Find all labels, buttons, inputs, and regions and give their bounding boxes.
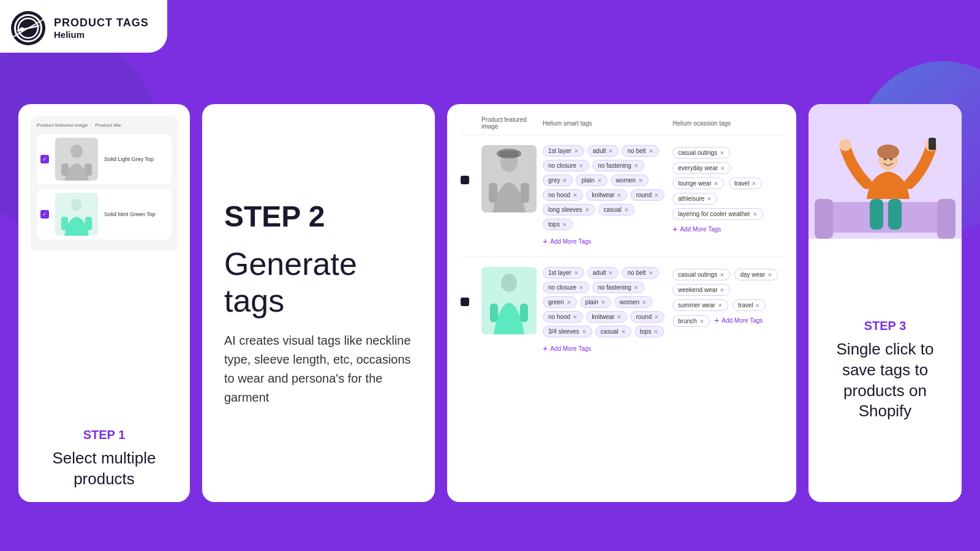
- tags-panel-card: Product featured image Helium smart tags…: [447, 104, 796, 502]
- svg-rect-23: [815, 199, 833, 239]
- row-checkbox-2[interactable]: [461, 298, 469, 306]
- svg-point-32: [884, 158, 886, 160]
- add-more-occasion-2[interactable]: + Add More Tags: [714, 315, 763, 325]
- tag[interactable]: no hood ✕: [543, 189, 583, 201]
- tag[interactable]: casual ✕: [598, 204, 635, 216]
- tag-tops-1[interactable]: tops ✕: [543, 219, 573, 230]
- occasion-tag[interactable]: summer wear ✕: [673, 299, 728, 311]
- svg-point-31: [877, 144, 899, 159]
- occasion-tag[interactable]: brunch ✕: [673, 315, 710, 327]
- svg-rect-24: [937, 199, 956, 239]
- woman-figure: [809, 104, 962, 239]
- tag[interactable]: no belt ✕: [622, 145, 658, 157]
- tag[interactable]: women ✕: [614, 296, 652, 308]
- tag[interactable]: round ✕: [630, 311, 665, 323]
- tag[interactable]: adult ✕: [587, 267, 619, 279]
- table-row: 1st layer ✕ adult ✕ no belt ✕ no closure…: [461, 145, 783, 257]
- svg-rect-14: [521, 183, 529, 203]
- svg-rect-5: [61, 163, 69, 176]
- svg-rect-9: [61, 217, 68, 230]
- svg-rect-10: [85, 217, 92, 230]
- occasion-tag[interactable]: weekend wear ✕: [673, 284, 730, 296]
- occasion-tag[interactable]: layering for cooler weather ✕: [673, 208, 763, 220]
- step1-label: STEP 1: [31, 428, 178, 442]
- step3-card: STEP 3 Single click to save tags to prod…: [809, 104, 962, 502]
- add-more-tags-1[interactable]: + Add More Tags: [543, 236, 591, 246]
- tag[interactable]: casual ✕: [595, 326, 631, 337]
- occasion-tag[interactable]: travel ✕: [733, 299, 766, 311]
- tag[interactable]: knitwear ✕: [586, 311, 627, 323]
- product-checkbox-1[interactable]: [40, 155, 49, 163]
- svg-rect-29: [870, 199, 883, 230]
- tag[interactable]: adult ✕: [587, 145, 619, 157]
- tag[interactable]: plain ✕: [576, 174, 607, 186]
- header: PRODUCT TAGS Helium: [0, 0, 167, 53]
- step2-card: STEP 2 Generate tags AI creates visual t…: [202, 104, 435, 502]
- product-name-1: Solid Light Grey Top: [104, 156, 154, 162]
- tag[interactable]: 1st layer ✕: [543, 267, 584, 279]
- tag[interactable]: no closure ✕: [543, 282, 589, 293]
- step2-description: AI creates visual tags like neckline typ…: [224, 331, 413, 407]
- product-name-2: Solid Mint Green Top: [104, 211, 156, 217]
- svg-rect-6: [85, 163, 92, 176]
- row-product-img-1: [481, 145, 537, 212]
- row-img-inner-2: [481, 267, 537, 334]
- svg-point-18: [501, 274, 517, 292]
- tag[interactable]: grey ✕: [543, 174, 573, 186]
- svg-rect-13: [489, 183, 497, 203]
- row-tags-2: 1st layer ✕ adult ✕ no belt ✕ no closure…: [543, 267, 666, 354]
- tag[interactable]: green ✕: [543, 296, 577, 308]
- tag[interactable]: long sleeves ✕: [543, 204, 595, 216]
- svg-point-2: [20, 28, 24, 32]
- occasion-tag[interactable]: everyday wear ✕: [673, 162, 731, 174]
- table-row: 1st layer ✕ adult ✕ no belt ✕ no closure…: [461, 267, 783, 364]
- add-more-occasion-1[interactable]: + Add More Tags: [673, 224, 721, 234]
- header-text: PRODUCT TAGS Helium: [54, 17, 149, 40]
- step2-generate-title: Generate tags: [224, 246, 413, 319]
- product-list: Product featured image Product title: [31, 116, 178, 250]
- row-product-img-2: [481, 267, 537, 334]
- occasion-tag[interactable]: day wear ✕: [734, 269, 778, 280]
- tag[interactable]: no closure ✕: [543, 160, 589, 171]
- row-occasion-2: casual outings ✕ day wear ✕ weekend wear…: [673, 267, 783, 329]
- tag-tops-2[interactable]: tops ✕: [635, 326, 665, 337]
- step3-description: Single click to save tags to products on…: [823, 339, 947, 422]
- col-img-label: Product featured image: [37, 122, 88, 128]
- tag[interactable]: no fastening ✕: [592, 160, 644, 171]
- occasion-tag[interactable]: casual outings ✕: [673, 269, 730, 280]
- tag[interactable]: round ✕: [630, 189, 665, 201]
- col-title-label: Product title: [95, 122, 121, 128]
- step3-image: [809, 104, 962, 239]
- row-checkbox-1[interactable]: [461, 176, 469, 184]
- tag[interactable]: no fastening ✕: [592, 282, 644, 293]
- product-img-2: [55, 193, 98, 236]
- tag[interactable]: 3/4 sleeves ✕: [543, 326, 592, 337]
- logo-icon: [11, 11, 45, 45]
- tag[interactable]: plain ✕: [580, 296, 611, 308]
- svg-rect-16: [500, 151, 518, 157]
- row-check-2[interactable]: [461, 267, 475, 306]
- step1-bottom: STEP 1 Select multiple products: [31, 416, 178, 490]
- step3-label: STEP 3: [864, 319, 907, 333]
- tags-table-header: Product featured image Helium smart tags…: [461, 116, 783, 135]
- occasion-tag[interactable]: casual outings ✕: [673, 147, 730, 159]
- tag[interactable]: knitwear ✕: [586, 189, 627, 201]
- svg-rect-20: [520, 304, 528, 322]
- occasion-tag[interactable]: travel ✕: [729, 178, 762, 189]
- occasion-tag[interactable]: lounge wear ✕: [673, 178, 724, 189]
- tag[interactable]: no hood ✕: [543, 311, 583, 323]
- tag[interactable]: 1st layer ✕: [543, 145, 584, 157]
- tag[interactable]: no belt ✕: [622, 267, 658, 279]
- step3-bottom: STEP 3 Single click to save tags to prod…: [809, 239, 962, 502]
- svg-rect-28: [929, 138, 936, 150]
- row-check-1[interactable]: [461, 145, 475, 184]
- add-more-tags-2[interactable]: + Add More Tags: [543, 343, 591, 353]
- svg-line-1: [17, 26, 39, 31]
- tag[interactable]: women ✕: [611, 174, 649, 186]
- header-title: PRODUCT TAGS: [54, 17, 149, 29]
- product-checkbox-2[interactable]: [40, 210, 49, 219]
- occasion-tag[interactable]: athleisure ✕: [673, 193, 717, 204]
- header-brand: Helium: [54, 29, 149, 40]
- product-list-header: Product featured image Product title: [37, 122, 172, 128]
- row-tags-1: 1st layer ✕ adult ✕ no belt ✕ no closure…: [543, 145, 666, 247]
